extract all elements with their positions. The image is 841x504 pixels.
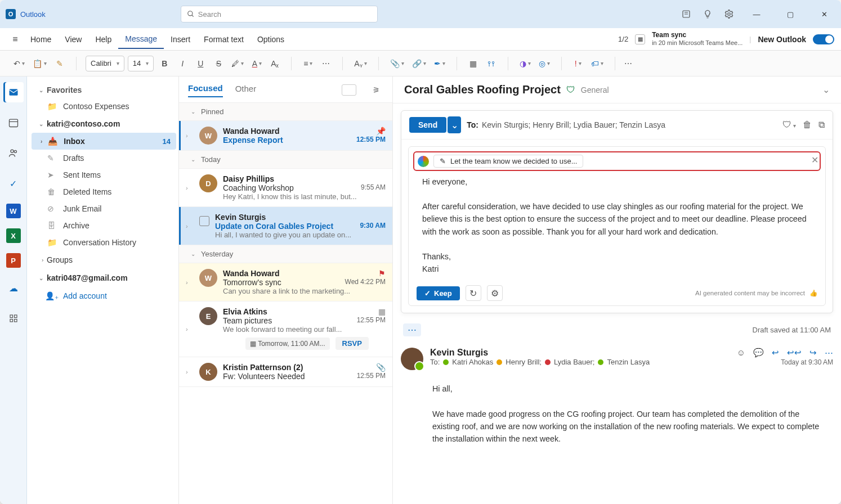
styles-button[interactable]: Aᵧ▾ xyxy=(352,56,369,71)
to-line[interactable]: To:Kevin Sturgis; Henry Brill; Lydia Bau… xyxy=(467,120,665,129)
groups-header[interactable]: ⌄Groups xyxy=(32,251,176,269)
clear-format-button[interactable]: Aᵪ xyxy=(267,56,282,71)
react-icon[interactable]: ☺ xyxy=(737,348,745,358)
group-pinned[interactable]: ⌄Pinned xyxy=(179,103,392,121)
menu-insert[interactable]: Insert xyxy=(164,30,197,48)
folder-conversation-history[interactable]: 📁Conversation History xyxy=(32,234,176,251)
favorites-header[interactable]: ⌄Favorites xyxy=(32,82,176,98)
search-input[interactable]: Search xyxy=(181,6,378,22)
bold-button[interactable]: B xyxy=(157,56,172,71)
folder-archive[interactable]: 🗄Archive xyxy=(32,217,176,234)
underline-button[interactable]: U xyxy=(193,56,208,71)
folder-drafts[interactable]: ✎Drafts xyxy=(32,150,176,166)
menu-format-text[interactable]: Format text xyxy=(197,30,250,48)
account-header[interactable]: ⌄katri@contoso.com xyxy=(32,115,176,133)
italic-button[interactable]: I xyxy=(175,56,190,71)
menu-options[interactable]: Options xyxy=(250,30,291,48)
delete-draft-icon[interactable]: 🗑 xyxy=(803,120,812,130)
upcoming-meeting[interactable]: Team sync in 20 min Microsoft Teams Mee.… xyxy=(652,32,742,46)
message-item[interactable]: › E Elvia Atkins▦ Team pictures12:55 PM … xyxy=(179,302,392,357)
select-mode-icon[interactable] xyxy=(342,84,356,96)
calendar-chip-icon[interactable]: ▦ xyxy=(635,34,645,44)
compose-body[interactable]: Hi everyone, After careful consideration… xyxy=(409,176,825,281)
expand-icon[interactable]: › xyxy=(186,269,194,295)
send-dropdown-button[interactable]: ⌄ xyxy=(448,116,461,133)
expand-icon[interactable]: › xyxy=(186,174,194,201)
more-options-icon[interactable]: ⋯ xyxy=(403,323,421,336)
expand-icon[interactable]: › xyxy=(186,127,194,145)
close-copilot-icon[interactable]: ✕ xyxy=(811,155,818,165)
send-button[interactable]: Send xyxy=(409,117,446,133)
teams-chat-icon[interactable]: 💬 xyxy=(753,348,764,358)
message-item[interactable]: › K Kristin Patternson (2)📎 Fw: Voluntee… xyxy=(179,357,392,387)
rail-calendar-icon[interactable] xyxy=(3,112,24,133)
rsvp-button[interactable]: RSVP xyxy=(335,337,369,350)
window-close-button[interactable]: ✕ xyxy=(813,10,835,19)
table-button[interactable]: ▦ xyxy=(466,56,481,71)
window-minimize-button[interactable]: — xyxy=(745,10,768,19)
tab-other[interactable]: Other xyxy=(235,84,257,97)
feedback-icon[interactable]: 👍 xyxy=(809,289,817,297)
add-account-button[interactable]: 👤₊Add account xyxy=(32,287,176,305)
font-size-select[interactable]: 14▾ xyxy=(128,56,154,71)
menu-view[interactable]: View xyxy=(58,30,88,48)
checkbox[interactable] xyxy=(199,216,209,226)
regenerate-icon[interactable]: ↻ xyxy=(466,285,481,301)
hamburger-icon[interactable]: ≡ xyxy=(7,34,24,44)
message-item[interactable]: › D Daisy Phillips Coaching Workshop9:55… xyxy=(179,169,392,207)
window-maximize-button[interactable]: ▢ xyxy=(779,10,802,19)
sensitivity-icon[interactable]: 🛡▾ xyxy=(782,120,796,130)
strikethrough-button[interactable]: S xyxy=(211,56,226,71)
menu-message[interactable]: Message xyxy=(118,30,164,49)
bullets-button[interactable]: ≡▾ xyxy=(301,56,315,71)
forward-icon[interactable]: ↪ xyxy=(809,348,817,358)
folder-inbox[interactable]: ›📥Inbox14 xyxy=(32,133,176,150)
rail-mail-icon[interactable] xyxy=(3,82,24,102)
pin-icon[interactable]: 📌 xyxy=(376,127,386,136)
reply-all-icon[interactable]: ↩↩ xyxy=(787,348,802,358)
lightbulb-icon[interactable] xyxy=(703,9,713,19)
menu-help[interactable]: Help xyxy=(88,30,118,48)
rail-excel-icon[interactable]: X xyxy=(6,228,21,243)
font-name-select[interactable]: Calibri▾ xyxy=(86,56,124,71)
reply-icon[interactable]: ↩ xyxy=(772,348,779,358)
format-painter-button[interactable]: ✎ xyxy=(52,56,67,71)
tag-icon[interactable]: 🏷▾ xyxy=(589,56,606,71)
loop-icon[interactable]: ◑▾ xyxy=(517,56,533,71)
rail-powerpoint-icon[interactable]: P xyxy=(6,253,21,268)
group-today[interactable]: ⌄Today xyxy=(179,151,392,169)
signature-button[interactable]: ✒▾ xyxy=(432,56,448,71)
collapse-icon[interactable]: ⌄ xyxy=(822,84,830,95)
adjust-icon[interactable]: ⚙ xyxy=(487,285,503,301)
rail-word-icon[interactable]: W xyxy=(6,204,21,218)
account2-header[interactable]: ⌄katri0487@gmail.com xyxy=(32,269,176,287)
group-yesterday[interactable]: ⌄Yesterday xyxy=(179,245,392,263)
more-actions-icon[interactable]: ⋯ xyxy=(825,348,833,358)
notes-icon[interactable] xyxy=(681,9,691,19)
expand-icon[interactable]: › xyxy=(186,213,194,239)
folder-junk[interactable]: ⊘Junk Email xyxy=(32,200,176,217)
message-item[interactable]: › W Wanda Howard⚑ Tomorrow's syncWed 4:2… xyxy=(179,263,392,302)
popout-icon[interactable]: ⧉ xyxy=(818,120,825,130)
menu-home[interactable]: Home xyxy=(24,30,58,48)
settings-gear-icon[interactable] xyxy=(724,9,734,19)
rail-todo-icon[interactable]: ✓ xyxy=(3,173,24,194)
folder-contoso-expenses[interactable]: 📁Contoso Expenses xyxy=(32,98,176,115)
expand-icon[interactable]: › xyxy=(186,307,194,351)
paste-button[interactable]: 📋▾ xyxy=(30,56,49,71)
flag-icon[interactable]: ⚑ xyxy=(378,269,386,278)
message-item[interactable]: › Kevin Sturgis Update on Coral Gables P… xyxy=(179,207,392,245)
copilot-ribbon-icon[interactable]: ◎▾ xyxy=(536,56,552,71)
expand-icon[interactable]: › xyxy=(186,363,194,381)
folder-sent[interactable]: ➤Sent Items xyxy=(32,166,176,183)
ribbon-overflow-icon[interactable]: ⋯ xyxy=(621,56,636,71)
rail-onedrive-icon[interactable]: ☁ xyxy=(3,278,24,298)
poll-icon[interactable]: ⫯⫯ xyxy=(484,56,499,71)
attach-file-button[interactable]: 📎▾ xyxy=(388,56,406,71)
highlight-button[interactable]: 🖉▾ xyxy=(229,56,246,71)
more-paragraph-button[interactable]: ⋯ xyxy=(319,56,333,71)
tab-focused[interactable]: Focused xyxy=(188,83,223,97)
copilot-prompt-input[interactable]: ✎Let the team know we decided to use... xyxy=(433,155,583,168)
importance-icon[interactable]: !▾ xyxy=(571,56,585,71)
rail-people-icon[interactable] xyxy=(3,143,24,163)
